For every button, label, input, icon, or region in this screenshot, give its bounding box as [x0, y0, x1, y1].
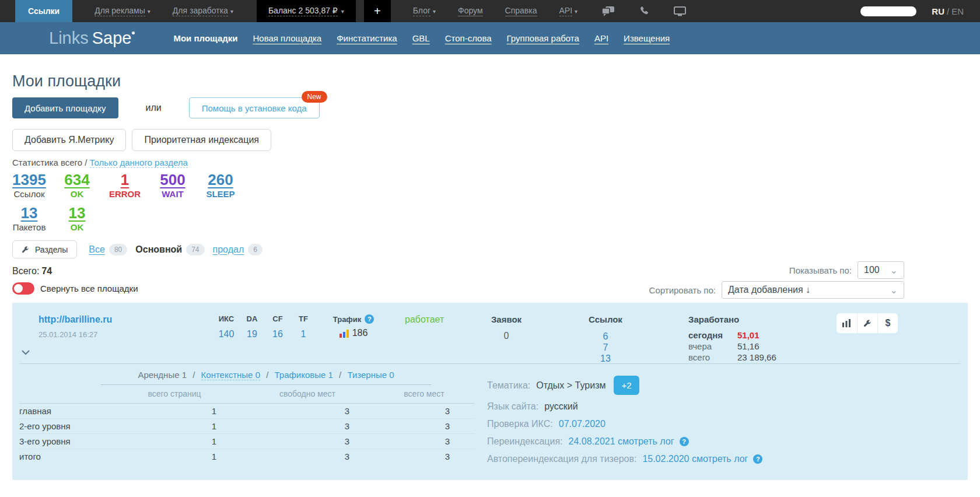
- table-row-main: главная 1 3 3: [19, 404, 474, 419]
- stats-row-links: 1395 Ссылок 634 OK 1 ERROR 500 WAIT 260 …: [12, 172, 968, 200]
- nav-notifications[interactable]: Извещения: [624, 33, 670, 43]
- filter-sold[interactable]: продал: [213, 244, 244, 255]
- chat-icon[interactable]: [602, 6, 614, 16]
- collapse-all-toggle[interactable]: [12, 282, 34, 295]
- nav-new-site[interactable]: Новая площадка: [253, 33, 321, 43]
- sort-by-label: Сортировать по:: [649, 285, 716, 295]
- priority-indexing-button[interactable]: Приоритетная индексация: [132, 129, 271, 151]
- caret-down-icon: ▾: [433, 8, 436, 15]
- monitor-icon[interactable]: [674, 6, 686, 16]
- stat-links-total-value[interactable]: 1395: [12, 172, 46, 187]
- stat-links-error: 1 ERROR: [108, 172, 142, 200]
- tab-contextual[interactable]: Контекстные 0: [201, 370, 260, 380]
- nav-my-sites[interactable]: Мои площадки: [173, 33, 237, 43]
- stat-links-error-value[interactable]: 1: [121, 172, 129, 187]
- site-card: http://barilline.ru 25.01.2014 16:27 ИКС…: [12, 303, 968, 480]
- site-tools: $: [836, 313, 898, 333]
- logo[interactable]: LinksSape: [49, 29, 135, 48]
- site-status: работает: [405, 312, 470, 356]
- metric-cf: CF 16: [265, 312, 290, 356]
- top-menu-forum[interactable]: Форум: [458, 6, 483, 16]
- tab-rental[interactable]: Арендные 1: [138, 370, 187, 380]
- pages-table: всего страниц свободно мест всего мест г…: [19, 385, 474, 464]
- earned-total: 23 189,66: [737, 352, 776, 363]
- links-count-1[interactable]: 6: [576, 331, 635, 342]
- stat-links-sleep-value[interactable]: 260: [208, 172, 233, 187]
- nav-gbl[interactable]: GBL: [412, 33, 430, 43]
- lang-ru[interactable]: RU: [932, 6, 944, 16]
- filter-all[interactable]: Все: [89, 244, 105, 255]
- add-site-button[interactable]: Добавить площадку: [12, 97, 118, 118]
- detail-language: Язык сайта: русский: [487, 400, 762, 414]
- site-details: Тематика: Отдых > Туризм +2 Язык сайта: …: [487, 370, 762, 470]
- detail-theme: Тематика: Отдых > Туризм +2: [487, 376, 762, 395]
- top-menu-for-ads[interactable]: Для рекламы▾: [94, 6, 150, 16]
- main-navigation: Мои площадки Новая площадка Финстатистик…: [173, 33, 670, 43]
- nav-group-work[interactable]: Групповая работа: [507, 33, 579, 43]
- stat-links-total: 1395 Ссылок: [12, 172, 46, 200]
- sections-button[interactable]: Разделы: [12, 240, 77, 258]
- phone-icon[interactable]: [639, 6, 649, 16]
- stat-packages-ok-value[interactable]: 13: [69, 205, 86, 220]
- caret-down-icon: ▾: [575, 8, 578, 15]
- tab-traffic[interactable]: Трафиковые 1: [275, 370, 333, 380]
- balance-dropdown[interactable]: Баланс 2 503,87 ₽▾: [257, 0, 356, 22]
- top-menu-help[interactable]: Справка: [505, 6, 537, 16]
- show-per-select[interactable]: 100 ⌄: [858, 261, 904, 279]
- wrench-icon: [22, 246, 30, 254]
- filter-all-count: 80: [109, 244, 127, 256]
- links-count-3[interactable]: 13: [576, 353, 635, 364]
- stats-caption: Статистика всего / Только данного раздел…: [12, 158, 968, 167]
- stat-links-wait-value[interactable]: 500: [160, 172, 185, 187]
- money-button[interactable]: $: [877, 313, 898, 333]
- stat-packages-total-value[interactable]: 13: [21, 205, 38, 220]
- stat-links-ok: 634 OK: [60, 172, 94, 200]
- settings-wrench-button[interactable]: [857, 313, 877, 333]
- help-icon[interactable]: ?: [753, 454, 762, 464]
- site-url[interactable]: http://barilline.ru: [38, 314, 214, 325]
- add-plus-button[interactable]: +: [364, 0, 391, 22]
- language-switcher: RU/EN: [932, 6, 964, 16]
- help-icon[interactable]: ?: [365, 314, 374, 324]
- caret-down-icon: ▾: [148, 8, 150, 15]
- table-row-level2: 2-его уровня 1 3 3: [19, 419, 474, 434]
- tab-teaser[interactable]: Тизерные 0: [347, 370, 394, 380]
- metric-da: DA 19: [239, 312, 265, 356]
- filter-main[interactable]: Основной: [135, 244, 182, 255]
- top-menu-api[interactable]: API▾: [559, 6, 578, 16]
- site-added-date: 25.01.2014 16:27: [38, 330, 214, 339]
- top-menu-blog[interactable]: Блог▾: [413, 6, 436, 16]
- stats-row-packages: 13 Пакетов 13 OK: [12, 205, 968, 233]
- add-metrika-button[interactable]: Добавить Я.Метрику: [12, 129, 126, 151]
- requests-column: Заявок 0: [477, 312, 536, 356]
- new-badge: New: [302, 91, 327, 103]
- stats-section-link[interactable]: Только данного раздела: [90, 158, 188, 168]
- links-column: Ссылок 6 7 13: [576, 312, 635, 356]
- reindex-log-link[interactable]: 24.08.2021 смотреть лог: [569, 436, 674, 447]
- stat-links-sleep: 260 SLEEP: [204, 172, 237, 200]
- section-filters: Все 80 Основной 74 продал 6: [89, 244, 271, 256]
- logo-dot: [132, 32, 135, 34]
- traffic-bars-icon: [340, 330, 349, 338]
- or-label: или: [146, 103, 162, 113]
- auto-reindex-log-link[interactable]: 15.02.2020 смотреть лог: [642, 454, 748, 464]
- stats-chart-button[interactable]: [836, 313, 857, 333]
- expand-chevron[interactable]: [12, 312, 38, 356]
- earned-column: Заработано сегодня 51,01 вчера 51,16 все…: [688, 312, 828, 356]
- top-menu-for-earn[interactable]: Для заработка▾: [173, 6, 233, 16]
- help-install-code-button[interactable]: Помощь в установке кода New: [189, 97, 320, 118]
- more-themes-button[interactable]: +2: [614, 376, 639, 395]
- top-tab-links[interactable]: Ссылки: [15, 0, 72, 22]
- chevron-down-icon: ⌄: [890, 265, 898, 276]
- navbar: LinksSape Мои площадки Новая площадка Фи…: [0, 22, 980, 54]
- links-count-2[interactable]: 7: [576, 342, 635, 353]
- nav-api[interactable]: API: [594, 33, 608, 43]
- stat-links-ok-value[interactable]: 634: [64, 172, 89, 187]
- lang-en[interactable]: EN: [951, 6, 964, 16]
- iks-check-date[interactable]: 07.07.2020: [559, 419, 606, 429]
- help-icon[interactable]: ?: [680, 437, 689, 446]
- nav-fin-stats[interactable]: Финстатистика: [337, 33, 397, 43]
- stat-packages-total: 13 Пакетов: [12, 205, 46, 233]
- sort-by-select[interactable]: Дата добавления ↓ ⌄: [722, 281, 904, 299]
- nav-stop-words[interactable]: Стоп-слова: [445, 33, 492, 43]
